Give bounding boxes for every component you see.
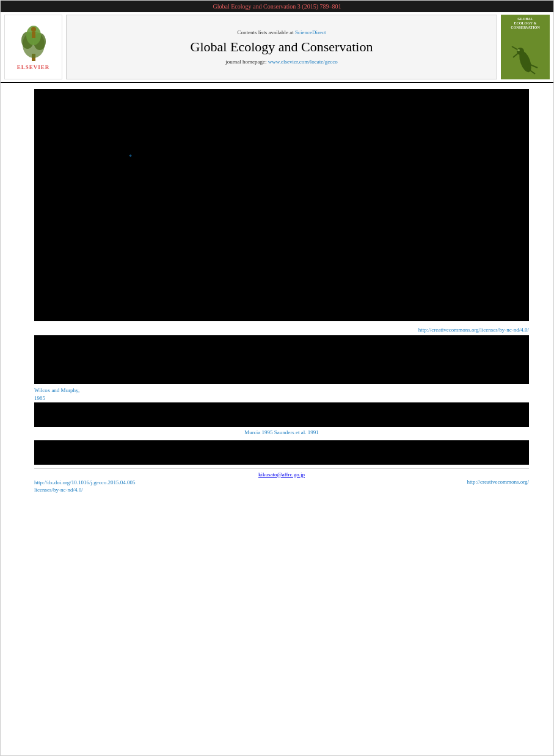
footer-left: http://dx.doi.org/10.1016/j.gecco.2015.0… bbox=[34, 479, 136, 493]
cover-line2: ECOLOGY & bbox=[514, 21, 537, 25]
email-link[interactable]: kikusato@affrc.go.jp bbox=[258, 471, 305, 478]
main-content: * http://creativecommons.org/licenses/by… bbox=[1, 83, 553, 501]
footer-email: kikusato@affrc.go.jp bbox=[34, 471, 529, 478]
journal-issue-link[interactable]: Global Ecology and Conservation 3 (2015)… bbox=[213, 3, 341, 10]
year-1985: 1985 bbox=[34, 395, 45, 401]
wilcox-murphy-ref: Wilcox and Murphy, bbox=[34, 387, 79, 393]
cover-line3: CONSERVATION bbox=[511, 26, 540, 29]
footer-cc-left-link[interactable]: licenses/by-nc-nd/4.0/ bbox=[34, 487, 136, 493]
asterisk-mark: * bbox=[129, 153, 132, 160]
journal-header: ELSEVIER Contents lists available at Sci… bbox=[1, 12, 553, 83]
article-title-block: * bbox=[34, 89, 529, 321]
svg-point-13 bbox=[517, 49, 520, 51]
journal-title-box: Contents lists available at ScienceDirec… bbox=[66, 15, 497, 79]
cc-license-link-area: http://creativecommons.org/licenses/by-n… bbox=[34, 326, 529, 333]
year-1985-line: 1985 bbox=[34, 394, 529, 401]
homepage-link[interactable]: www.elsevier.com/locate/gecco bbox=[268, 59, 338, 65]
wilcox-ref-line: Wilcox and Murphy, bbox=[34, 387, 529, 393]
footer-row: http://dx.doi.org/10.1016/j.gecco.2015.0… bbox=[34, 479, 529, 493]
elsevier-label: ELSEVIER bbox=[17, 64, 50, 70]
murcia-refs: Murcia 1995 Saunders et al. 1991 bbox=[34, 429, 529, 435]
cover-line1: GLOBAL bbox=[517, 17, 533, 21]
journal-main-title: Global Ecology and Conservation bbox=[191, 39, 373, 55]
top-bar: Global Ecology and Conservation 3 (2015)… bbox=[1, 1, 553, 12]
footer-right: http://creativecommons.org/ bbox=[467, 479, 529, 485]
elsevier-logo: ELSEVIER bbox=[4, 15, 62, 79]
journal-cover: GLOBAL ECOLOGY & CONSERVATION bbox=[501, 15, 550, 79]
footer-area: kikusato@affrc.go.jp http://dx.doi.org/1… bbox=[34, 468, 529, 495]
science-direct-link[interactable]: ScienceDirect bbox=[295, 29, 326, 35]
references-block bbox=[34, 402, 529, 427]
footer-cc-right-link[interactable]: http://creativecommons.org/ bbox=[467, 479, 529, 485]
cover-lizard-icon bbox=[507, 34, 544, 77]
svg-rect-6 bbox=[32, 32, 35, 38]
dark-block-2 bbox=[34, 440, 529, 465]
doi-link[interactable]: http://dx.doi.org/10.1016/j.gecco.2015.0… bbox=[34, 479, 136, 485]
journal-homepage-line: journal homepage: www.elsevier.com/locat… bbox=[225, 59, 337, 65]
science-direct-prefix: Contents lists available at bbox=[238, 29, 295, 35]
science-direct-line: Contents lists available at ScienceDirec… bbox=[238, 29, 326, 35]
abstract-block bbox=[34, 335, 529, 384]
elsevier-tree-icon bbox=[15, 23, 52, 63]
homepage-prefix: journal homepage: bbox=[225, 59, 268, 65]
cc-license-link[interactable]: http://creativecommons.org/licenses/by-n… bbox=[418, 327, 529, 333]
page-wrapper: Global Ecology and Conservation 3 (2015)… bbox=[0, 0, 554, 756]
svg-point-5 bbox=[31, 27, 36, 32]
